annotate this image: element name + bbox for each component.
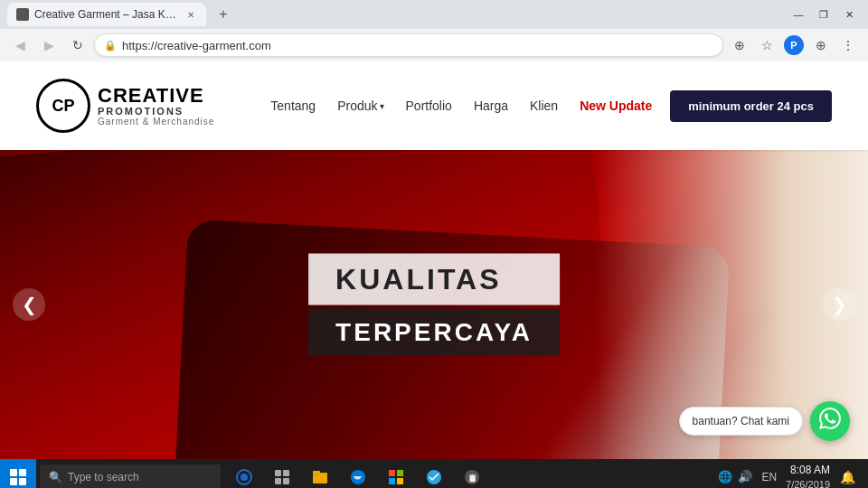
active-tab[interactable]: Creative Garment – Jasa Konvek… ✕ — [7, 3, 206, 26]
logo-text: CREATIVE PROMOTIONS Garment & Merchandis… — [98, 86, 214, 127]
new-tab-button[interactable]: + — [212, 3, 235, 26]
nav-link-tentang[interactable]: Tentang — [270, 99, 316, 113]
logo-promotions: PROMOTIONS — [98, 106, 214, 117]
translate-button[interactable]: ⊕ — [727, 33, 752, 58]
svg-rect-3 — [283, 470, 289, 476]
nav-links: Tentang Produk ▾ Portfolio Harga Klien N… — [270, 99, 652, 113]
nav-link-produk[interactable]: Produk ▾ — [337, 99, 383, 113]
hero-line2: TERPERCAYA — [308, 309, 560, 356]
taskbar-app-explorer[interactable] — [302, 459, 338, 488]
svg-rect-9 — [389, 470, 395, 476]
browser-titlebar: Creative Garment – Jasa Konvek… ✕ + — ❐ … — [0, 0, 868, 29]
network-icon: 🌐 — [718, 470, 732, 483]
store-icon — [386, 467, 406, 487]
whatsapp-icon — [819, 408, 841, 435]
tab-close-button[interactable]: ✕ — [184, 8, 197, 21]
logo-brand: CREATIVE — [98, 86, 214, 106]
taskbar-app-extra[interactable]: 📋 — [454, 459, 490, 488]
taskbar-app-task-view[interactable] — [264, 459, 300, 488]
clock-date: 7/26/2019 — [786, 478, 830, 488]
logo-tagline: Garment & Merchandise — [98, 117, 214, 127]
lock-icon: 🔒 — [104, 40, 117, 52]
nav-link-harga[interactable]: Harga — [474, 99, 508, 113]
url-text: https://creative-garment.com — [122, 39, 713, 52]
svg-rect-11 — [389, 478, 395, 484]
browser-toolbar: ◀ ▶ ↻ 🔒 https://creative-garment.com ⊕ ☆… — [0, 29, 868, 61]
minimize-button[interactable]: — — [787, 6, 810, 23]
svg-point-1 — [241, 474, 248, 481]
hero-line1: KUALITAS — [308, 254, 560, 305]
language-indicator: EN — [758, 469, 780, 485]
hero-section: ❮ KUALITAS TERPERCAYA ❯ bantuan? Chat ka… — [0, 150, 868, 459]
taskbar-app-cortana[interactable] — [226, 459, 262, 488]
search-icon: 🔍 — [49, 471, 62, 483]
svg-rect-5 — [283, 478, 289, 484]
taskbar-search-placeholder: Type to search — [68, 471, 139, 483]
website-content: CP CREATIVE PROMOTIONS Garment & Merchan… — [0, 61, 868, 459]
maximize-button[interactable]: ❐ — [812, 6, 835, 23]
taskbar-system-tray: 🌐 🔊 EN 8:08 AM 7/26/2019 🔔 — [718, 464, 868, 488]
extra-app-icon: 📋 — [462, 467, 482, 487]
svg-rect-8 — [313, 471, 320, 474]
clock-time: 8:08 AM — [786, 464, 830, 478]
nav-link-portfolio[interactable]: Portfolio — [406, 99, 452, 113]
logo-area: CP CREATIVE PROMOTIONS Garment & Merchan… — [36, 79, 214, 133]
windows-logo-icon — [10, 469, 26, 485]
hero-next-button[interactable]: ❯ — [823, 288, 855, 321]
svg-rect-4 — [275, 478, 281, 484]
hero-prev-button[interactable]: ❮ — [13, 288, 45, 321]
extensions-button[interactable]: ⊕ — [808, 33, 834, 58]
tab-favicon — [16, 8, 29, 21]
site-navigation: CP CREATIVE PROMOTIONS Garment & Merchan… — [0, 61, 868, 150]
more-menu-button[interactable]: ⋮ — [835, 33, 861, 58]
taskbar: 🔍 Type to search — [0, 459, 868, 488]
telegram-icon — [424, 467, 444, 487]
svg-rect-12 — [397, 478, 403, 484]
taskbar-app-store[interactable] — [378, 459, 414, 488]
bookmark-button[interactable]: ☆ — [754, 33, 779, 58]
notification-button[interactable]: 🔔 — [835, 465, 859, 488]
window-controls: — ❐ ✕ — [787, 6, 861, 23]
volume-icon: 🔊 — [738, 470, 752, 483]
taskbar-search-box[interactable]: 🔍 Type to search — [40, 465, 221, 488]
profile-avatar: P — [784, 35, 804, 55]
close-button[interactable]: ✕ — [837, 6, 861, 23]
cortana-icon — [234, 467, 254, 487]
back-button[interactable]: ◀ — [7, 33, 33, 58]
refresh-button[interactable]: ↻ — [65, 33, 90, 58]
tab-label: Creative Garment – Jasa Konvek… — [34, 8, 179, 21]
browser-window: Creative Garment – Jasa Konvek… ✕ + — ❐ … — [0, 0, 868, 459]
hero-text-box: KUALITAS TERPERCAYA — [308, 254, 560, 356]
taskbar-app-telegram[interactable] — [416, 459, 452, 488]
file-explorer-icon — [310, 467, 330, 487]
toolbar-icons: ⊕ ☆ P ⊕ ⋮ — [727, 33, 861, 58]
nav-link-new-update[interactable]: New Update — [580, 99, 652, 113]
chat-label: bantuan? Chat kami — [679, 407, 803, 436]
address-bar[interactable]: 🔒 https://creative-garment.com — [94, 33, 723, 57]
svg-rect-10 — [397, 470, 403, 476]
svg-rect-2 — [275, 470, 281, 476]
chat-widget: bantuan? Chat kami — [679, 401, 850, 441]
sync-profile-button[interactable]: P — [781, 33, 807, 58]
dropdown-arrow-icon: ▾ — [380, 101, 384, 111]
taskbar-apps: 📋 — [226, 459, 490, 488]
whatsapp-chat-button[interactable] — [810, 401, 850, 441]
logo-icon-inner: CP — [52, 98, 74, 114]
logo-icon: CP — [36, 79, 90, 133]
start-button[interactable] — [0, 459, 36, 488]
nav-link-klien[interactable]: Klien — [530, 99, 558, 113]
system-clock[interactable]: 8:08 AM 7/26/2019 — [786, 464, 830, 488]
svg-text:📋: 📋 — [467, 473, 478, 483]
taskbar-app-edge[interactable] — [340, 459, 376, 488]
logo-letters: CP — [52, 98, 74, 114]
cta-button[interactable]: minimum order 24 pcs — [670, 90, 832, 122]
forward-button[interactable]: ▶ — [36, 33, 61, 58]
microsoft-edge-icon — [348, 467, 368, 487]
task-view-icon — [272, 467, 292, 487]
